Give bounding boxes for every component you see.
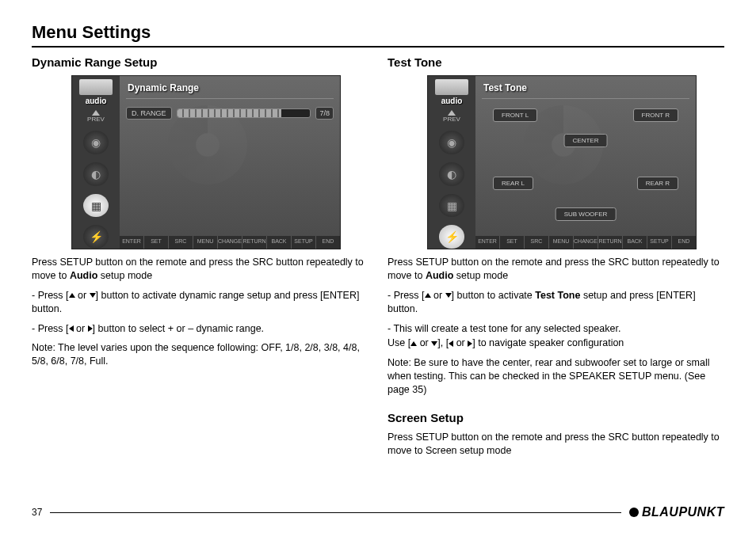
speaker-center[interactable]: CENTER: [564, 134, 608, 147]
osd-side-button-3[interactable]: ▦: [83, 194, 109, 218]
osd-prev[interactable]: PREV: [87, 110, 105, 123]
osd-bottom-item[interactable]: CHANGE: [574, 236, 598, 249]
tt-intro-text: Press SETUP button on the remote and pre…: [388, 256, 724, 283]
tt-bullet-2: - This will create a test tone for any s…: [388, 322, 724, 336]
speaker-front-right[interactable]: FRONT R: [633, 108, 678, 122]
dr-note: Note: The level varies upon the sequence…: [32, 341, 368, 368]
prev-up-icon: [448, 110, 456, 116]
brand-dot-icon: [629, 508, 639, 517]
down-arrow-icon: [445, 293, 452, 298]
osd-bottom-item[interactable]: RETURN: [598, 236, 623, 249]
osd-bottom-item[interactable]: SET: [144, 236, 169, 249]
osd-side-button-1[interactable]: ◉: [83, 131, 109, 154]
speaker-rear-left[interactable]: REAR L: [493, 177, 533, 190]
osd-bottom-bar: ENTER SET SRC MENU CHANGE RETURN BACK SE…: [475, 236, 696, 249]
brand-text: BLAUPUNKT: [642, 505, 724, 519]
footer-rule: [50, 512, 621, 513]
test-tone-heading: Test Tone: [388, 55, 724, 69]
osd-side-button-1[interactable]: ◉: [439, 131, 464, 154]
tt-bullet-3: Use [ or ], [ or ] to navigate speaker c…: [388, 337, 724, 350]
dynamic-range-osd: audio PREV ◉ ◐ ▦ ⚡ Dynamic Range D. RANG…: [71, 75, 341, 249]
osd-bottom-item[interactable]: SETUP: [647, 236, 672, 249]
osd-bottom-item[interactable]: SETUP: [292, 236, 316, 249]
device-icon: [79, 79, 113, 95]
osd-sidebar-label: audio: [441, 97, 463, 105]
right-column: Test Tone audio PREV ◉ ◐ ▦ ⚡: [388, 52, 724, 458]
osd-main: Dynamic Range D. RANGE 7/8 ENTER SET SRC…: [120, 76, 340, 249]
osd-bottom-item[interactable]: SRC: [525, 236, 549, 249]
dr-intro-text: Press SETUP button on the remote and pre…: [32, 256, 368, 283]
speaker-rear-right[interactable]: REAR R: [637, 177, 678, 190]
osd-title: Test Tone: [482, 81, 689, 99]
speaker-subwoofer[interactable]: SUB WOOFER: [556, 207, 617, 221]
drange-label[interactable]: D. RANGE: [126, 107, 172, 120]
drange-row: D. RANGE 7/8: [126, 107, 334, 120]
drange-bar[interactable]: [177, 108, 311, 118]
dynamic-range-heading: Dynamic Range Setup: [32, 55, 368, 69]
brand-logo: BLAUPUNKT: [629, 505, 724, 519]
speaker-front-left[interactable]: FRONT L: [493, 108, 537, 122]
osd-bottom-item[interactable]: BACK: [623, 236, 647, 249]
osd-title: Dynamic Range: [126, 81, 334, 99]
osd-sidebar: audio PREV ◉ ◐ ▦ ⚡: [428, 76, 475, 249]
down-arrow-icon: [90, 293, 96, 298]
osd-bottom-item[interactable]: RETURN: [242, 236, 267, 249]
dr-bullet-1: - Press [ or ] button to activate dynami…: [32, 289, 368, 316]
up-arrow-icon: [69, 293, 75, 298]
osd-side-button-4[interactable]: ⚡: [439, 225, 464, 249]
osd-bottom-item[interactable]: ENTER: [120, 236, 144, 249]
prev-label: PREV: [87, 116, 105, 123]
speaker-grid: FRONT L FRONT R CENTER REAR L REAR R SUB…: [482, 105, 689, 224]
up-arrow-icon: [410, 341, 417, 346]
osd-side-button-4[interactable]: ⚡: [83, 225, 109, 249]
osd-bottom-item[interactable]: MENU: [549, 236, 574, 249]
screen-setup-heading: Screen Setup: [388, 411, 724, 424]
osd-side-button-3[interactable]: ▦: [439, 194, 464, 218]
osd-main: Test Tone FRONT L FRONT R CENTER REAR L …: [475, 76, 696, 249]
osd-side-button-2[interactable]: ◐: [83, 162, 109, 186]
osd-side-button-2[interactable]: ◐: [439, 162, 464, 186]
page-title: Menu Settings: [32, 22, 724, 48]
drange-value: 7/8: [315, 107, 334, 120]
osd-bottom-item[interactable]: END: [672, 236, 696, 249]
osd-bottom-bar: ENTER SET SRC MENU CHANGE RETURN BACK SE…: [120, 236, 340, 249]
manual-page: Menu Settings Dynamic Range Setup audio …: [0, 0, 756, 540]
device-icon: [435, 79, 468, 95]
prev-up-icon: [92, 110, 100, 116]
tt-bullet-1: - Press [ or ] button to activate Test T…: [388, 289, 724, 316]
osd-sidebar-label: audio: [86, 97, 107, 105]
osd-bottom-item[interactable]: SET: [500, 236, 525, 249]
osd-bottom-item[interactable]: SRC: [169, 236, 193, 249]
left-column: Dynamic Range Setup audio PREV ◉ ◐ ▦ ⚡: [32, 52, 368, 458]
page-footer: 37 BLAUPUNKT: [32, 505, 724, 519]
test-tone-osd: audio PREV ◉ ◐ ▦ ⚡ Test Tone FRONT L FR: [427, 75, 697, 249]
dr-bullet-2: - Press [ or ] button to select + or – d…: [32, 322, 368, 336]
screen-setup-text: Press SETUP button on the remote and pre…: [388, 431, 724, 458]
osd-sidebar: audio PREV ◉ ◐ ▦ ⚡: [72, 76, 120, 249]
osd-bottom-item[interactable]: END: [316, 236, 340, 249]
tt-note: Note: Be sure to have the center, rear a…: [388, 356, 724, 397]
osd-bottom-item[interactable]: ENTER: [475, 236, 500, 249]
osd-bottom-item[interactable]: MENU: [193, 236, 218, 249]
osd-prev[interactable]: PREV: [443, 110, 460, 123]
prev-label: PREV: [443, 116, 460, 123]
up-arrow-icon: [425, 293, 431, 298]
page-number: 37: [32, 507, 42, 518]
osd-bottom-item[interactable]: BACK: [267, 236, 292, 249]
osd-bottom-item[interactable]: CHANGE: [218, 236, 242, 249]
two-column-layout: Dynamic Range Setup audio PREV ◉ ◐ ▦ ⚡: [32, 52, 724, 458]
